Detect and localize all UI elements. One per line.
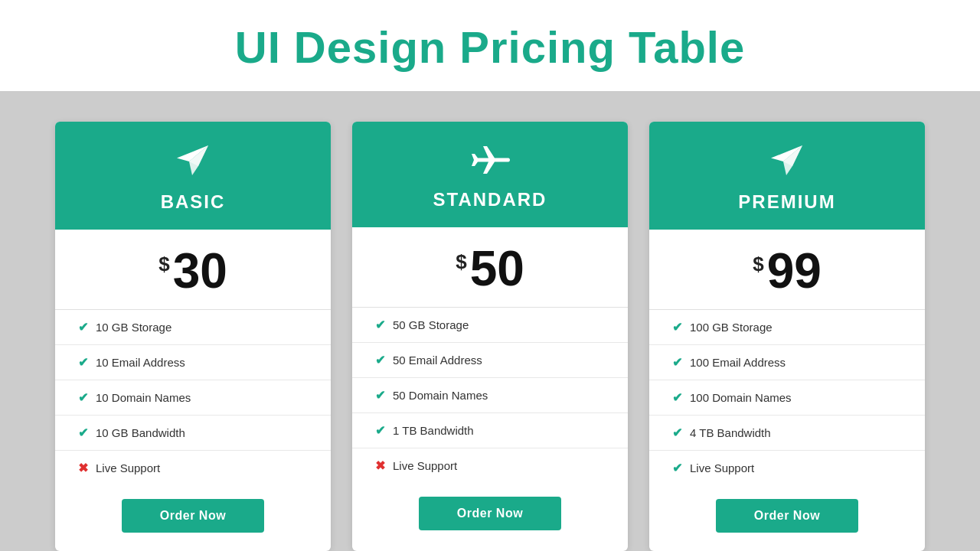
feature-text: 50 GB Storage bbox=[393, 318, 469, 331]
feature-list-premium: ✔ 100 GB Storage ✔ 100 Email Address ✔ 1… bbox=[649, 310, 925, 485]
check-icon: ✔ bbox=[78, 390, 88, 405]
feature-item: ✔ 1 TB Bandwidth bbox=[352, 413, 628, 448]
feature-item: ✔ 100 Domain Names bbox=[649, 380, 925, 416]
feature-item: ✖ Live Support bbox=[55, 451, 331, 485]
feature-list-basic: ✔ 10 GB Storage ✔ 10 Email Address ✔ 10 … bbox=[55, 310, 331, 485]
order-button-premium[interactable]: Order Now bbox=[716, 499, 858, 533]
feature-text: 10 Domain Names bbox=[96, 391, 191, 404]
feature-text: Live Support bbox=[690, 461, 754, 474]
feature-text: 10 Email Address bbox=[96, 356, 185, 369]
check-icon: ✔ bbox=[672, 461, 682, 475]
feature-text: 1 TB Bandwidth bbox=[393, 424, 474, 437]
pricing-area: BASIC $ 30 ✔ 10 GB Storage ✔ 10 Email Ad… bbox=[0, 91, 980, 551]
feature-item: ✖ Live Support bbox=[352, 448, 628, 483]
check-icon: ✔ bbox=[78, 320, 88, 334]
card-header-standard: STANDARD bbox=[352, 122, 628, 227]
card-header-basic: BASIC bbox=[55, 122, 331, 230]
check-icon: ✔ bbox=[672, 355, 682, 370]
feature-text: 50 Domain Names bbox=[393, 389, 488, 402]
price-symbol-standard: $ bbox=[456, 250, 466, 274]
feature-list-standard: ✔ 50 GB Storage ✔ 50 Email Address ✔ 50 … bbox=[352, 308, 628, 483]
price-section-basic: $ 30 bbox=[55, 230, 331, 310]
airplane-icon bbox=[470, 143, 510, 184]
cross-icon: ✖ bbox=[78, 461, 88, 475]
price-section-premium: $ 99 bbox=[649, 230, 925, 310]
feature-text: Live Support bbox=[96, 461, 160, 474]
feature-text: 100 GB Storage bbox=[690, 321, 773, 334]
feature-item: ✔ 10 GB Storage bbox=[55, 310, 331, 345]
check-icon: ✔ bbox=[375, 388, 385, 403]
plan-card-standard: STANDARD $ 50 ✔ 50 GB Storage ✔ 50 Email… bbox=[352, 122, 628, 551]
check-icon: ✔ bbox=[78, 355, 88, 370]
card-footer-standard: Order Now bbox=[352, 483, 628, 549]
feature-text: 10 GB Storage bbox=[96, 321, 172, 334]
feature-item: ✔ 50 Domain Names bbox=[352, 378, 628, 413]
check-icon: ✔ bbox=[375, 353, 385, 367]
feature-item: ✔ 50 Email Address bbox=[352, 343, 628, 378]
plan-name-premium: PREMIUM bbox=[665, 191, 910, 213]
price-symbol-premium: $ bbox=[753, 253, 763, 276]
page-header: UI Design Pricing Table bbox=[0, 0, 980, 91]
feature-item: ✔ 10 Domain Names bbox=[55, 380, 331, 416]
feature-item: ✔ 50 GB Storage bbox=[352, 308, 628, 343]
card-footer-basic: Order Now bbox=[55, 485, 331, 551]
feature-item: ✔ 100 GB Storage bbox=[649, 310, 925, 345]
feature-text: 100 Email Address bbox=[690, 356, 786, 369]
feature-item: ✔ 10 Email Address bbox=[55, 345, 331, 380]
check-icon: ✔ bbox=[78, 425, 88, 440]
paper-plane-icon bbox=[769, 143, 805, 187]
feature-item: ✔ 4 TB Bandwidth bbox=[649, 416, 925, 451]
plan-name-standard: STANDARD bbox=[368, 189, 612, 210]
price-symbol-basic: $ bbox=[158, 253, 169, 276]
card-footer-premium: Order Now bbox=[649, 485, 925, 551]
order-button-basic[interactable]: Order Now bbox=[122, 499, 264, 533]
card-header-premium: PREMIUM bbox=[649, 122, 925, 230]
price-section-standard: $ 50 bbox=[352, 227, 628, 308]
plan-name-basic: BASIC bbox=[70, 191, 315, 213]
check-icon: ✔ bbox=[375, 423, 385, 438]
feature-text: 50 Email Address bbox=[393, 354, 482, 367]
price-amount-premium: 99 bbox=[767, 246, 822, 295]
check-icon: ✔ bbox=[375, 318, 385, 332]
price-amount-standard: 50 bbox=[470, 244, 524, 293]
plan-card-basic: BASIC $ 30 ✔ 10 GB Storage ✔ 10 Email Ad… bbox=[55, 122, 331, 551]
feature-item: ✔ 10 GB Bandwidth bbox=[55, 416, 331, 451]
price-amount-basic: 30 bbox=[173, 246, 227, 295]
feature-text: 100 Domain Names bbox=[690, 391, 792, 404]
check-icon: ✔ bbox=[672, 320, 682, 334]
feature-text: Live Support bbox=[393, 459, 457, 472]
plan-card-premium: PREMIUM $ 99 ✔ 100 GB Storage ✔ 100 Emai… bbox=[649, 122, 925, 551]
feature-item: ✔ Live Support bbox=[649, 451, 925, 485]
page-title: UI Design Pricing Table bbox=[0, 21, 980, 73]
cross-icon: ✖ bbox=[375, 458, 385, 473]
check-icon: ✔ bbox=[672, 425, 682, 440]
order-button-standard[interactable]: Order Now bbox=[419, 497, 561, 530]
feature-item: ✔ 100 Email Address bbox=[649, 345, 925, 380]
feature-text: 4 TB Bandwidth bbox=[690, 426, 771, 439]
check-icon: ✔ bbox=[672, 390, 682, 405]
paper-plane-icon bbox=[175, 143, 211, 187]
feature-text: 10 GB Bandwidth bbox=[96, 426, 185, 439]
